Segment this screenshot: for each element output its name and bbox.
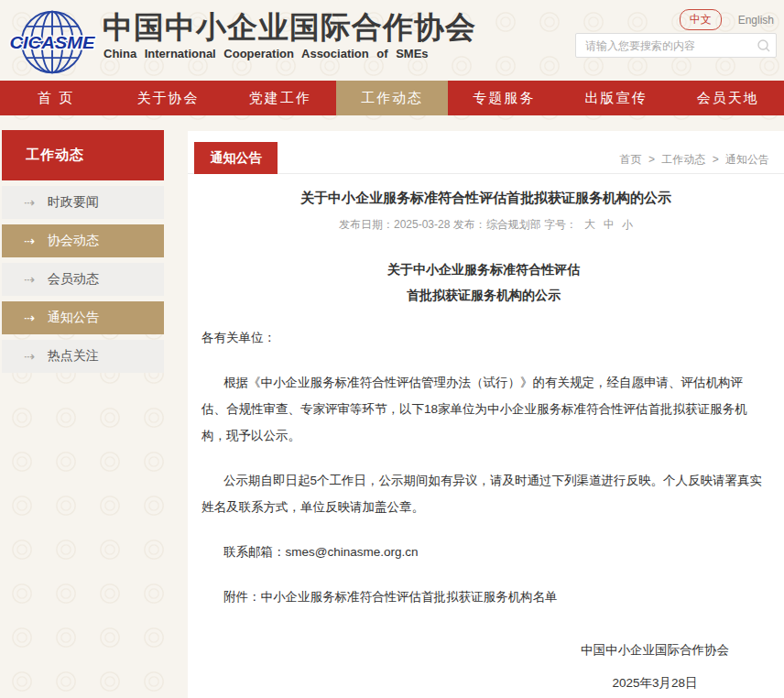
article-body: 关于中小企业服务标准符合性评估 首批拟获证服务机构的公示 各有关单位： 根据《中… bbox=[201, 256, 766, 698]
arrow-right-icon: ⇢ bbox=[24, 311, 35, 325]
font-size-large-button[interactable]: 大 bbox=[584, 218, 595, 231]
breadcrumb-separator: > bbox=[648, 153, 655, 166]
nav-item-work-updates[interactable]: 工作动态 bbox=[336, 81, 448, 115]
sidebar-title: 工作动态 bbox=[2, 130, 164, 180]
paragraph-1: 根据《中小企业服务标准符合性评估管理办法（试行）》的有关规定，经自愿申请、评估机… bbox=[201, 369, 766, 449]
font-size-small-button[interactable]: 小 bbox=[622, 218, 633, 231]
sidebar-item-notices[interactable]: ⇢ 通知公告 bbox=[2, 301, 164, 334]
search-box bbox=[575, 33, 777, 58]
logo-text: CICASME bbox=[9, 33, 95, 52]
font-size-medium-button[interactable]: 中 bbox=[604, 218, 615, 231]
site-title-cn: 中国中小企业国际合作协会 bbox=[103, 7, 487, 49]
doc-heading: 关于中小企业服务标准符合性评估 首批拟获证服务机构的公示 bbox=[201, 256, 766, 308]
nav-item-publications[interactable]: 出版宣传 bbox=[560, 81, 671, 115]
site-header: CICASME 中国中小企业国际合作协会 China International… bbox=[0, 0, 784, 81]
arrow-right-icon: ⇢ bbox=[24, 234, 35, 248]
sidebar: 工作动态 ⇢ 时政要闻 ⇢ 协会动态 ⇢ 会员动态 ⇢ 通知公告 ⇢ 热点关注 bbox=[2, 130, 164, 373]
article-title: 关于中小企业服务标准符合性评估首批拟获证服务机构的公示 bbox=[188, 190, 784, 207]
attachment-label: 附件： bbox=[223, 590, 261, 604]
contact-line: 联系邮箱：smes@chinasme.org.cn bbox=[201, 539, 766, 565]
sidebar-item-label: 通知公告 bbox=[48, 310, 99, 326]
article-meta-info: 发布日期：2025-03-28 发布：综合规划部 字号： bbox=[339, 218, 577, 231]
search-icon[interactable] bbox=[752, 34, 776, 57]
section-tab-notices[interactable]: 通知公告 bbox=[194, 142, 278, 174]
signature-block: 中国中小企业国际合作协会 2025年3月28日 bbox=[201, 634, 729, 698]
content-panel: 通知公告 首页 > 工作动态 > 通知公告 关于中小企业服务标准符合性评估首批拟… bbox=[188, 131, 784, 698]
contact-label: 联系邮箱： bbox=[223, 545, 286, 559]
nav-item-party-building[interactable]: 党建工作 bbox=[224, 81, 336, 115]
paragraph-2: 公示期自即日起5个工作日，公示期间如有异议，请及时通过下列渠道进行反映。个人反映… bbox=[201, 467, 766, 520]
sidebar-item-label: 时政要闻 bbox=[48, 194, 99, 211]
page: CICASME 中国中小企业国际合作协会 China International… bbox=[0, 0, 784, 698]
section-header: 通知公告 首页 > 工作动态 > 通知公告 bbox=[188, 131, 784, 174]
breadcrumb-section[interactable]: 工作动态 bbox=[661, 153, 705, 166]
main-nav: 首 页 关于协会 党建工作 工作动态 专题服务 出版宣传 会员天地 bbox=[0, 81, 784, 115]
search-input[interactable] bbox=[576, 39, 752, 52]
doc-heading-line1: 关于中小企业服务标准符合性评估 bbox=[201, 256, 766, 282]
signature-date: 2025年3月28日 bbox=[581, 667, 729, 698]
salutation: 各有关单位： bbox=[201, 324, 766, 351]
contact-email: smes@chinasme.org.cn bbox=[286, 545, 419, 559]
lang-toggle-cn[interactable]: 中文 bbox=[680, 9, 722, 30]
language-switch: 中文 English bbox=[680, 9, 774, 30]
breadcrumb-home[interactable]: 首页 bbox=[620, 153, 642, 166]
nav-item-home[interactable]: 首 页 bbox=[0, 81, 112, 115]
nav-item-about[interactable]: 关于协会 bbox=[112, 81, 223, 115]
attachment-link[interactable]: 中小企业服务标准符合性评估首批拟获证服务机构名单 bbox=[261, 590, 558, 604]
arrow-right-icon: ⇢ bbox=[24, 349, 35, 364]
article-meta: 发布日期：2025-03-28 发布：综合规划部 字号： 大 中 小 bbox=[188, 217, 784, 233]
signature-org: 中国中小企业国际合作协会 bbox=[581, 634, 729, 667]
breadcrumb: 首页 > 工作动态 > 通知公告 bbox=[620, 152, 769, 168]
sidebar-item-label: 热点关注 bbox=[48, 348, 99, 365]
site-logo[interactable]: CICASME bbox=[7, 7, 97, 77]
sidebar-item-label: 会员动态 bbox=[48, 271, 99, 288]
site-title-en: China International Cooperation Associat… bbox=[103, 47, 488, 60]
arrow-right-icon: ⇢ bbox=[24, 195, 35, 210]
attachment-line: 附件：中小企业服务标准符合性评估首批拟获证服务机构名单 bbox=[201, 583, 766, 610]
breadcrumb-current: 通知公告 bbox=[725, 153, 769, 166]
lang-toggle-en[interactable]: English bbox=[738, 14, 774, 27]
sidebar-item-member-updates[interactable]: ⇢ 会员动态 bbox=[2, 263, 164, 296]
sidebar-item-association-updates[interactable]: ⇢ 协会动态 bbox=[2, 224, 164, 257]
nav-item-members-area[interactable]: 会员天地 bbox=[672, 81, 784, 115]
sidebar-item-label: 协会动态 bbox=[48, 233, 99, 249]
breadcrumb-separator: > bbox=[713, 153, 719, 166]
nav-item-special-services[interactable]: 专题服务 bbox=[448, 81, 560, 115]
sidebar-item-current-politics[interactable]: ⇢ 时政要闻 bbox=[2, 186, 164, 219]
globe-logo-icon: CICASME bbox=[7, 7, 97, 77]
doc-heading-line2: 首批拟获证服务机构的公示 bbox=[201, 282, 766, 308]
sidebar-item-hot-topics[interactable]: ⇢ 热点关注 bbox=[2, 340, 164, 373]
arrow-right-icon: ⇢ bbox=[24, 272, 35, 287]
